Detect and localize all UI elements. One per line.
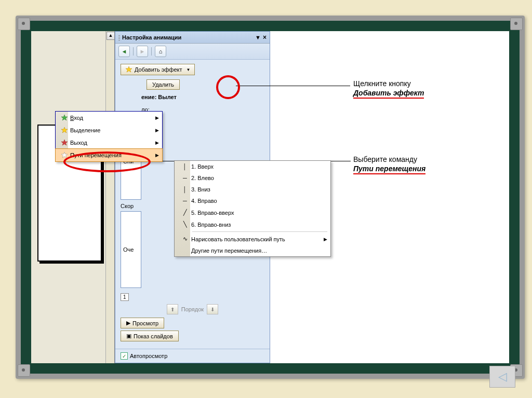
callout-add-effect: Щелкните кнопку Добавить эффект: [353, 79, 424, 99]
projector-icon: ▣: [126, 333, 131, 339]
menu-item-entrance[interactable]: Вход ▶: [56, 112, 162, 124]
home-icon: ⌂: [159, 48, 163, 54]
menu-item-exit[interactable]: Выход ▶: [56, 136, 162, 149]
triangle-left-icon: ◁: [498, 370, 507, 383]
effect-category-menu: Вход ▶ Выделение ▶ Выход ▶ Пути перемеще…: [55, 111, 163, 162]
preview-label: Просмотр: [132, 320, 158, 326]
svg-marker-0: [126, 66, 132, 72]
preview-button[interactable]: ▶ Просмотр: [121, 318, 164, 328]
line-diag-up-icon: ╱: [179, 209, 191, 216]
bottom-buttons: ▶ Просмотр ▣ Показ слайдов: [121, 318, 264, 345]
toolbar-divider: [133, 47, 134, 56]
callout-line: [236, 86, 350, 86]
speed-value: Оче: [123, 246, 134, 253]
chevron-right-icon: ▶: [155, 128, 159, 133]
order-controls: ⬆ Порядок ⬇: [121, 301, 264, 318]
prev-slide-button[interactable]: ◁: [489, 366, 515, 388]
menu-item-left[interactable]: ─ 2. Влево: [175, 172, 330, 184]
menu-item-motion-paths[interactable]: Пути перемещения ▶: [55, 148, 163, 162]
path-upright-label: 5. Вправо-вверх: [191, 210, 234, 216]
line-down-icon: │: [179, 186, 191, 193]
whiteboard-frame: ▲ Настройка анимации ▼ × ◄: [16, 16, 525, 379]
menu-item-emphasis[interactable]: Выделение ▶: [56, 124, 162, 136]
order-label: Порядок: [181, 306, 204, 312]
exit-star-icon: [59, 139, 70, 146]
panel-title: Настройка анимации: [122, 34, 181, 40]
slideshow-label: Показ слайдов: [134, 333, 173, 339]
add-effect-button[interactable]: Добавить эффект ▼: [121, 64, 195, 75]
order-down-button[interactable]: ⬇: [207, 304, 218, 314]
line-right-icon: ─: [179, 198, 191, 204]
emphasis-star-icon: [59, 127, 70, 134]
remove-label: Удалить: [152, 81, 174, 88]
exit-label: Выход: [70, 140, 87, 146]
line-up-icon: │: [179, 163, 191, 170]
speed-label: Скор: [121, 203, 134, 209]
vertical-scrollbar[interactable]: ▲: [105, 31, 114, 363]
dropdown-icon[interactable]: ▼: [255, 34, 261, 40]
menu-divider: [192, 231, 327, 232]
path-left-label: 2. Влево: [191, 175, 214, 181]
menu-item-custom-path[interactable]: ∿ Нарисовать пользовательский путь ▶: [175, 233, 330, 245]
custom-path-label: Нарисовать пользовательский путь: [191, 236, 285, 242]
remove-button[interactable]: Удалить: [147, 79, 180, 90]
motion-star-icon: [59, 152, 70, 159]
path-up-label: 1. Вверх: [191, 163, 214, 170]
autopreview-checkbox[interactable]: ✓: [121, 352, 128, 360]
nav-back-button[interactable]: ◄: [118, 46, 130, 57]
path-down-label: 3. Вниз: [191, 186, 210, 193]
line-left-icon: ─: [179, 175, 191, 181]
star-icon: [125, 66, 132, 73]
chevron-right-icon: ▶: [324, 237, 327, 242]
svg-marker-3: [61, 140, 68, 145]
autopreview-row: ✓ Автопросмотр: [115, 349, 270, 363]
panel-header: Настройка анимации ▼ ×: [115, 32, 270, 44]
effect-number[interactable]: 1: [121, 293, 129, 301]
grip-icon: [118, 34, 120, 40]
menu-item-right[interactable]: ─ 4. Вправо: [175, 195, 330, 207]
toolbar-divider: [151, 47, 152, 56]
scroll-up-arrow[interactable]: ▲: [107, 32, 115, 40]
slide-pane: ▲: [31, 31, 115, 363]
nav-toolbar: ◄ ► ⌂: [115, 44, 270, 60]
whiteboard-surface: ▲ Настройка анимации ▼ × ◄: [31, 31, 509, 363]
svg-marker-1: [61, 115, 68, 120]
add-effect-label: Добавить эффект: [135, 66, 182, 73]
custom-path-icon: ∿: [179, 236, 191, 242]
frame-corner: [510, 18, 523, 30]
more-paths-label: Другие пути перемещения…: [191, 248, 267, 254]
path-downright-label: 6. Вправо-вниз: [191, 222, 231, 228]
callout-motion-path: Выберите команду Пути перемещения: [353, 155, 425, 174]
callout-text-3: Выберите команду: [353, 155, 425, 164]
menu-item-down[interactable]: │ 3. Вниз: [175, 184, 330, 195]
frame-corner: [18, 364, 30, 377]
play-icon: ▶: [126, 320, 130, 326]
chevron-down-icon: ▼: [186, 67, 190, 72]
callout-text-2: Добавить эффект: [353, 88, 424, 99]
callout-text-4: Пути перемещения: [353, 164, 425, 174]
order-up-button[interactable]: ⬆: [167, 304, 178, 314]
autopreview-label: Автопросмотр: [130, 353, 167, 359]
chevron-right-icon: ▶: [155, 140, 159, 145]
menu-item-more-paths[interactable]: Другие пути перемещения…: [175, 245, 330, 256]
slideshow-button[interactable]: ▣ Показ слайдов: [121, 331, 179, 341]
chevron-right-icon: ▶: [155, 115, 159, 120]
menu-item-up-right[interactable]: ╱ 5. Вправо-вверх: [175, 207, 330, 218]
entrance-label: Вход: [70, 115, 83, 121]
svg-marker-4: [61, 152, 68, 158]
menu-item-up[interactable]: │ 1. Вверх: [175, 161, 330, 172]
menu-item-down-right[interactable]: ╲ 6. Вправо-вниз: [175, 218, 330, 230]
close-icon[interactable]: ×: [263, 34, 267, 41]
speed-dropdown[interactable]: Оче: [121, 211, 141, 288]
nav-home-button[interactable]: ⌂: [155, 46, 166, 57]
chevron-right-icon: ▶: [155, 153, 159, 158]
motion-label: Пути перемещения: [70, 152, 122, 158]
motion-path-submenu: │ 1. Вверх ─ 2. Влево │ 3. Вниз ─ 4. Впр…: [174, 160, 331, 257]
frame-corner: [18, 18, 30, 30]
path-right-label: 4. Вправо: [191, 198, 217, 204]
nav-forward-button[interactable]: ►: [137, 46, 148, 57]
entrance-star-icon: [59, 114, 70, 121]
line-diag-down-icon: ╲: [179, 221, 191, 228]
change-effect-label: ение: Вылет: [141, 94, 264, 100]
callout-text-1: Щелкните кнопку: [353, 79, 424, 88]
